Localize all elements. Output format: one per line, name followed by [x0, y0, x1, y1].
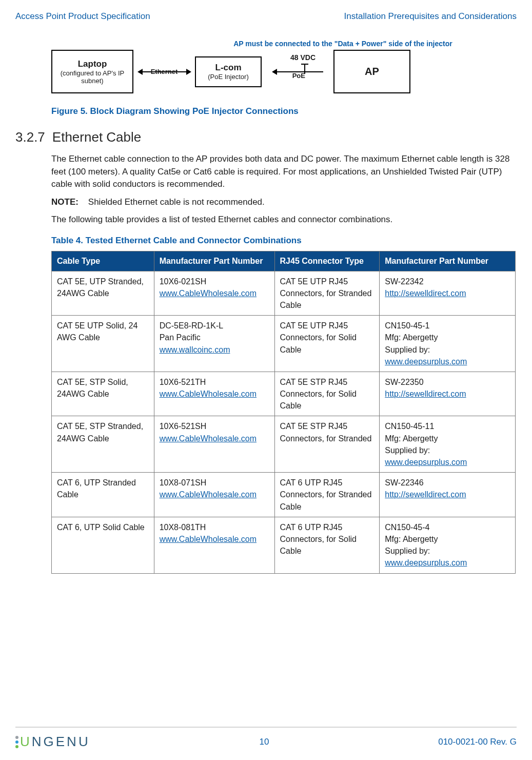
- cell-text: 10X6-021SH: [160, 276, 269, 287]
- paragraph-1: The Ethernet cable connection to the AP …: [51, 153, 517, 191]
- cell-cable-type: CAT 5E, UTP Stranded, 24AWG Cable: [52, 271, 154, 316]
- section-heading: 3.2.7 Ethernet Cable: [15, 129, 517, 145]
- lcom-subtitle: (PoE Injector): [200, 73, 257, 81]
- cell-cable-type: CAT 5E, STP Solid, 24AWG Cable: [52, 372, 154, 416]
- page-number: 10: [259, 737, 269, 747]
- cell-link[interactable]: http://sewelldirect.com: [385, 287, 510, 299]
- table-header-row: Cable Type Manufacturer Part Number RJ45…: [52, 251, 516, 271]
- cell-cable-type: CAT 5E UTP Solid, 24 AWG Cable: [52, 316, 154, 372]
- cell-text: CN150-45-1: [385, 320, 510, 332]
- logo-dots-icon: [15, 736, 18, 748]
- cell-text: Mfg: Abergetty: [385, 433, 510, 444]
- header-left: Access Point Product Specification: [15, 11, 150, 22]
- note-label: NOTE:: [51, 197, 78, 207]
- cell-mpn: DC-5E8-RD-1K-LPan Pacificwww.wallcoinc.c…: [154, 316, 274, 372]
- paragraph-2: The following table provides a list of t…: [51, 213, 517, 226]
- cell-cable-type: CAT 5E, STP Stranded, 24AWG Cable: [52, 416, 154, 473]
- diagram-box-ap: AP: [333, 50, 410, 93]
- cell-rj45-mpn: CN150-45-4Mfg: AbergettySupplied by:www.…: [380, 517, 516, 573]
- brand-logo: UNGENU: [15, 734, 90, 750]
- block-diagram: AP must be connected to the "Data + Powe…: [51, 40, 501, 93]
- poe-label: PoE: [292, 72, 305, 80]
- page-footer: UNGENU 10 010-0021-00 Rev. G: [0, 727, 532, 760]
- cell-rj45-mpn: SW-22346http://sewelldirect.com: [380, 473, 516, 517]
- cell-link[interactable]: www.CableWholesale.com: [160, 489, 269, 500]
- ap-label: AP: [365, 66, 379, 77]
- cell-text: 10X8-081TH: [160, 521, 269, 533]
- footer-divider: [15, 727, 517, 728]
- cell-text: 10X6-521TH: [160, 376, 269, 388]
- cell-text: Pan Pacific: [160, 332, 269, 343]
- cell-text: SW-22342: [385, 276, 510, 287]
- cell-link[interactable]: www.CableWholesale.com: [160, 287, 269, 299]
- table-row: CAT 6, UTP Solid Cable10X8-081THwww.Cabl…: [52, 517, 516, 573]
- th-mpn: Manufacturer Part Number: [154, 251, 274, 271]
- diagram-box-lcom: L-com (PoE Injector): [195, 56, 262, 87]
- logo-text: UNGENU: [20, 734, 90, 750]
- cell-link[interactable]: www.deepsurplus.com: [385, 356, 510, 367]
- cell-connector-type: CAT 6 UTP RJ45 Connectors, for Stranded …: [274, 473, 380, 517]
- lcom-title: L-com: [200, 63, 257, 73]
- laptop-title: Laptop: [56, 59, 128, 69]
- cell-link[interactable]: www.CableWholesale.com: [160, 433, 269, 444]
- table-row: CAT 5E, UTP Stranded, 24AWG Cable10X6-02…: [52, 271, 516, 316]
- table-caption: Table 4. Tested Ethernet Cable and Conne…: [51, 236, 517, 246]
- cell-text: 10X8-071SH: [160, 477, 269, 489]
- cell-connector-type: CAT 5E UTP RJ45 Connectors, for Solid Ca…: [274, 316, 380, 372]
- cell-rj45-mpn: SW-22350http://sewelldirect.com: [380, 372, 516, 416]
- cell-text: CN150-45-4: [385, 521, 510, 533]
- laptop-subtitle: (configured to AP's IP subnet): [56, 69, 128, 85]
- cell-text: SW-22346: [385, 477, 510, 489]
- cell-link[interactable]: www.wallcoinc.com: [160, 344, 269, 356]
- cell-rj45-mpn: CN150-45-1Mfg: AbergettySupplied by:www.…: [380, 316, 516, 372]
- cell-link[interactable]: http://sewelldirect.com: [385, 388, 510, 400]
- cell-cable-type: CAT 6, UTP Solid Cable: [52, 517, 154, 573]
- revision-label: 010-0021-00 Rev. G: [438, 737, 517, 747]
- header-right: Installation Prerequisites and Considera…: [344, 11, 517, 22]
- cell-connector-type: CAT 6 UTP RJ45 Connectors, for Solid Cab…: [274, 517, 380, 573]
- cell-text: CN150-45-11: [385, 420, 510, 432]
- cell-text: Supplied by:: [385, 444, 510, 456]
- cell-mpn: 10X6-521THwww.CableWholesale.com: [154, 372, 274, 416]
- cell-link[interactable]: www.CableWholesale.com: [160, 533, 269, 545]
- note-text: Shielded Ethernet cable is not recommend…: [88, 197, 265, 207]
- cell-text: 10X6-521SH: [160, 420, 269, 432]
- ethernet-label: Ethernet: [151, 68, 178, 75]
- cell-mpn: 10X8-081THwww.CableWholesale.com: [154, 517, 274, 573]
- vdc-label: 48 VDC: [290, 53, 316, 62]
- cell-text: Supplied by:: [385, 344, 510, 356]
- section-title: Ethernet Cable: [52, 129, 141, 145]
- cell-mpn: 10X6-521SHwww.CableWholesale.com: [154, 416, 274, 473]
- cell-rj45-mpn: CN150-45-11Mfg: AbergettySupplied by:www…: [380, 416, 516, 473]
- cell-cable-type: CAT 6, UTP Stranded Cable: [52, 473, 154, 517]
- cell-connector-type: CAT 5E STP RJ45 Connectors, for Stranded: [274, 416, 380, 473]
- cell-text: SW-22350: [385, 376, 510, 388]
- table-row: CAT 6, UTP Stranded Cable10X8-071SHwww.C…: [52, 473, 516, 517]
- cell-link[interactable]: http://sewelldirect.com: [385, 489, 510, 500]
- cell-text: Mfg: Abergetty: [385, 332, 510, 343]
- th-rj45-mpn: Manufacturer Part Number: [380, 251, 516, 271]
- table-row: CAT 5E, STP Stranded, 24AWG Cable10X6-52…: [52, 416, 516, 473]
- table-row: CAT 5E, STP Solid, 24AWG Cable10X6-521TH…: [52, 372, 516, 416]
- diagram-connector-poe: 48 VDC PoE: [262, 69, 333, 75]
- diagram-box-laptop: Laptop (configured to AP's IP subnet): [51, 50, 133, 93]
- section-number: 3.2.7: [15, 129, 45, 145]
- th-cable-type: Cable Type: [52, 251, 154, 271]
- note-line: NOTE: Shielded Ethernet cable is not rec…: [51, 197, 517, 207]
- table-row: CAT 5E UTP Solid, 24 AWG CableDC-5E8-RD-…: [52, 316, 516, 372]
- cell-text: DC-5E8-RD-1K-L: [160, 320, 269, 332]
- diagram-connector-ethernet: Ethernet: [133, 69, 195, 75]
- cell-mpn: 10X8-071SHwww.CableWholesale.com: [154, 473, 274, 517]
- page-header: Access Point Product Specification Insta…: [15, 11, 517, 22]
- cell-text: Mfg: Abergetty: [385, 533, 510, 545]
- cell-mpn: 10X6-021SHwww.CableWholesale.com: [154, 271, 274, 316]
- diagram-note: AP must be connected to the "Data + Powe…: [185, 40, 501, 48]
- cell-link[interactable]: www.deepsurplus.com: [385, 557, 510, 569]
- ethernet-cable-table: Cable Type Manufacturer Part Number RJ45…: [51, 251, 516, 574]
- cell-link[interactable]: www.deepsurplus.com: [385, 456, 510, 468]
- cell-connector-type: CAT 5E UTP RJ45 Connectors, for Stranded…: [274, 271, 380, 316]
- th-rj45-type: RJ45 Connector Type: [274, 251, 380, 271]
- figure-caption: Figure 5. Block Diagram Showing PoE Inje…: [51, 106, 517, 116]
- cell-link[interactable]: www.CableWholesale.com: [160, 388, 269, 400]
- cell-connector-type: CAT 5E STP RJ45 Connectors, for Solid Ca…: [274, 372, 380, 416]
